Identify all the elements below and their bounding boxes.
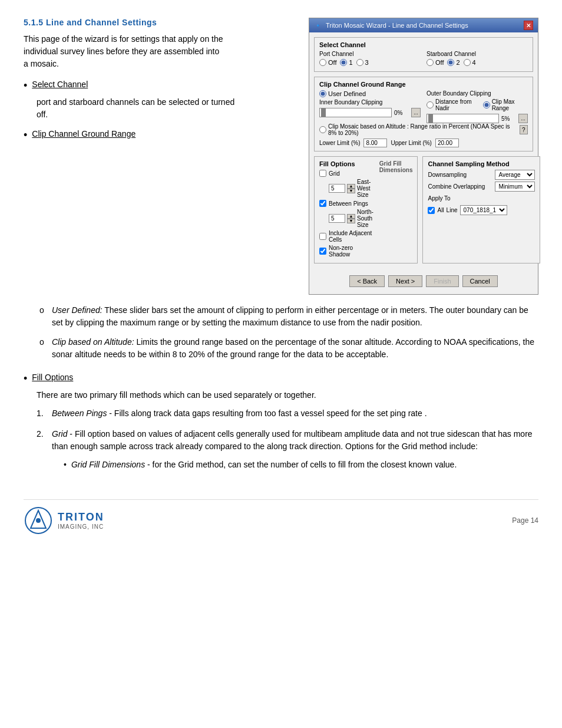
fill-options-intro: There are two primary fill methods which… — [37, 389, 538, 401]
include-adjacent-row: Include Adjacent Cells — [319, 230, 373, 243]
dialog-area: 🔹 Triton Mosaic Wizard - Line and Channe… — [309, 18, 538, 295]
page-title: 5.1.5 Line and Channel Settings — [24, 18, 297, 27]
port-3-group[interactable]: 3 — [356, 59, 369, 66]
grid-desc: - Fill option based on values of adjacen… — [52, 429, 533, 451]
outer-slider-value: 5% — [501, 116, 516, 122]
line-label: Line — [447, 207, 458, 213]
port-off-radio[interactable] — [319, 59, 326, 66]
non-zero-shadow-label: Non-zero Shadow — [329, 245, 373, 258]
between-ns-down-btn[interactable]: ▼ — [347, 219, 355, 223]
bullet-dot-2: • — [24, 129, 27, 142]
clip-left-col: User Defined Inner Boundary Clipping 0% — [319, 90, 421, 123]
apply-all-checkbox[interactable] — [428, 207, 435, 214]
user-defined-radio[interactable] — [319, 90, 326, 97]
finish-button[interactable]: Finish — [426, 275, 458, 287]
apply-to-label: Apply To — [428, 195, 450, 202]
fill-options-dot: • — [24, 373, 27, 386]
grid-ew-down-btn[interactable]: ▼ — [347, 189, 355, 193]
grid-checkbox[interactable] — [319, 170, 326, 177]
starboard-off-radio[interactable] — [427, 59, 434, 66]
between-pings-italic: Between Pings — [52, 409, 107, 418]
grid-ew-input[interactable] — [329, 184, 345, 193]
select-channel-label: Select Channel — [32, 80, 88, 89]
clip-altitude-row: Clip Mosaic based on Altitude : Range ra… — [319, 123, 528, 136]
select-channel-section: Select Channel Port Channel Off — [314, 37, 533, 72]
between-ns-spinners: ▲ ▼ — [347, 214, 355, 223]
apply-to-controls-row: All Line 070_1818_1 — [428, 205, 535, 215]
limit-row: Lower Limit (%) Upper Limit (%) — [319, 139, 528, 147]
port-3-radio[interactable] — [356, 59, 363, 66]
bullet-dot-1: • — [24, 80, 27, 93]
starboard-4-radio[interactable] — [464, 59, 471, 66]
distance-nadir-radio[interactable] — [427, 101, 434, 108]
text-content: 5.1.5 Line and Channel Settings This pag… — [24, 18, 297, 150]
port-1-radio[interactable] — [340, 59, 347, 66]
between-pings-checkbox[interactable] — [319, 200, 326, 207]
starboard-4-group[interactable]: 4 — [464, 59, 476, 66]
inner-boundary-slider[interactable] — [319, 108, 392, 117]
select-channel-section-title: Select Channel — [319, 41, 528, 48]
port-channel-col: Port Channel Off 1 — [319, 51, 421, 68]
starboard-off-group[interactable]: Off — [427, 59, 444, 66]
inner-slider-value: 0% — [394, 110, 409, 116]
starboard-2-radio[interactable] — [447, 59, 454, 66]
item-2-num: 2. — [37, 428, 47, 476]
grid-fill-dimensions-item: • Grid Fill Dimensions - for the Grid me… — [64, 459, 538, 471]
triton-logo-text: TRITON IMAGING, INC — [58, 511, 104, 530]
fill-columns: Fill Options Grid — [319, 160, 412, 259]
distance-nadir-group[interactable]: Distance from Nadir — [427, 98, 481, 111]
user-defined-sub-bullet: o User Defined: These slider bars set th… — [37, 304, 538, 329]
outer-boundary-slider[interactable] — [427, 114, 499, 123]
starboard-channel-col: Starboard Channel Off 2 — [427, 51, 528, 68]
non-zero-shadow-checkbox[interactable] — [319, 248, 326, 255]
back-button[interactable]: < Back — [349, 275, 385, 287]
intro-text: This page of the wizard is for settings … — [24, 33, 224, 70]
user-defined-text: User Defined: These slider bars set the … — [52, 304, 538, 329]
clip-altitude-radio[interactable] — [319, 126, 326, 133]
clip-max-radio[interactable] — [483, 101, 490, 108]
downsampling-row: Downsampling Average Minimum Maximum — [428, 170, 535, 180]
combine-select[interactable]: Minimum Average Maximum — [495, 182, 535, 192]
clip-channel-section-title: Clip Channel Ground Range — [319, 81, 528, 88]
ns-size-label: North-South Size — [357, 209, 373, 228]
item-1-num: 1. — [37, 407, 47, 420]
upper-limit-input[interactable] — [435, 139, 459, 147]
port-radio-row: Off 1 3 — [319, 59, 421, 66]
inner-slider-btn[interactable]: ... — [411, 108, 421, 117]
starboard-radio-row: Off 2 4 — [427, 59, 528, 66]
between-ns-input[interactable] — [329, 214, 345, 223]
include-adjacent-checkbox[interactable] — [319, 233, 326, 240]
help-button[interactable]: ? — [520, 125, 528, 134]
channel-sampling-title: Channel Sampling Method — [428, 160, 535, 167]
clip-altitude-radio-group[interactable]: Clip Mosaic based on Altitude : Range ra… — [319, 123, 516, 136]
user-defined-radio-group[interactable]: User Defined — [319, 90, 366, 97]
dialog-close-button[interactable]: ✕ — [524, 21, 533, 30]
starboard-2-group[interactable]: 2 — [447, 59, 459, 66]
page-number: Page 14 — [512, 516, 538, 525]
outer-slider-thumb — [428, 114, 433, 123]
fill-options-bullet: • Fill Options — [24, 373, 538, 386]
list-item-clip-channel: • Clip Channel Ground Range — [24, 129, 297, 142]
user-defined-marker: o — [37, 304, 47, 317]
line-select[interactable]: 070_1818_1 — [460, 205, 507, 215]
clip-max-group[interactable]: Clip Max Range — [483, 98, 528, 111]
next-button[interactable]: Next > — [388, 275, 422, 287]
grid-label: Grid — [329, 170, 340, 177]
between-ns-up-btn[interactable]: ▲ — [347, 214, 355, 219]
clip-channel-section: Clip Channel Ground Range User Defined — [314, 77, 533, 151]
fill-options-full-section: • Fill Options There are two primary fil… — [24, 373, 538, 476]
fill-item-between-pings: 1. Between Pings - Fills along track dat… — [37, 407, 538, 420]
port-off-group[interactable]: Off — [319, 59, 336, 66]
page-layout: 5.1.5 Line and Channel Settings This pag… — [24, 18, 538, 295]
svg-point-2 — [36, 518, 41, 523]
outer-slider-btn[interactable]: ... — [518, 114, 528, 123]
page-footer: TRITON IMAGING, INC Page 14 — [24, 499, 538, 535]
channel-columns: Port Channel Off 1 — [319, 51, 528, 68]
cancel-button[interactable]: Cancel — [462, 275, 498, 287]
combine-overlapping-row: Combine Overlapping Minimum Average Maxi… — [428, 182, 535, 192]
grid-ew-up-btn[interactable]: ▲ — [347, 184, 355, 189]
downsampling-select[interactable]: Average Minimum Maximum — [495, 170, 535, 180]
lower-limit-input[interactable] — [363, 139, 387, 147]
fill-checkboxes-col: Fill Options Grid — [319, 160, 373, 259]
port-1-group[interactable]: 1 — [340, 59, 352, 66]
